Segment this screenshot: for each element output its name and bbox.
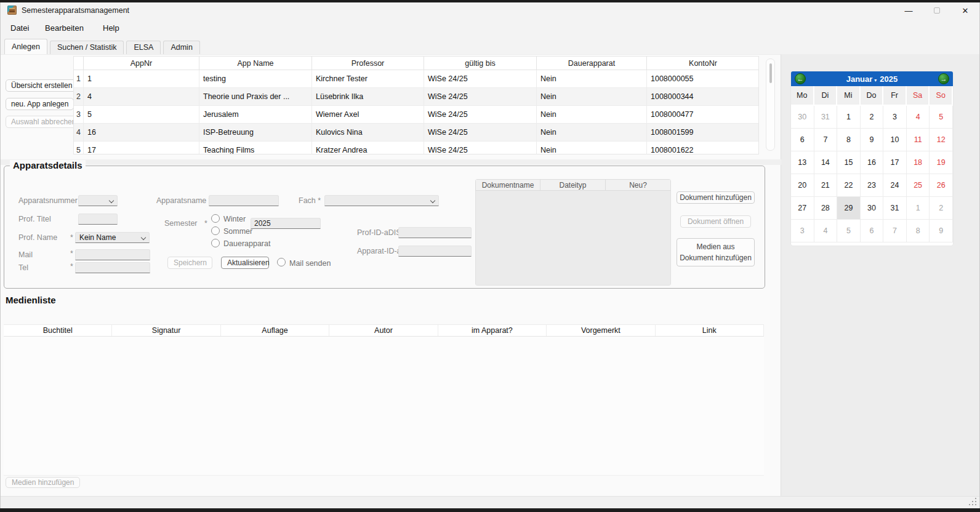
calendar-day[interactable]: 13 [791, 151, 814, 174]
calendar-day[interactable]: 3 [883, 106, 907, 129]
header-appnr[interactable]: AppNr [84, 57, 199, 70]
calendar-day[interactable]: 30 [861, 197, 884, 220]
header-gueltig-bis[interactable]: gültig bis [424, 57, 537, 70]
calendar-day[interactable]: 24 [883, 174, 907, 197]
calendar-day[interactable]: 5 [837, 220, 861, 242]
calendar-day[interactable]: 28 [814, 197, 838, 220]
header-im-apparat[interactable]: im Apparat? [438, 325, 547, 336]
table-row[interactable]: 1 1 testing Kirchner Tester WiSe 24/25 N… [74, 70, 758, 88]
tab-anlegen[interactable]: Anlegen [4, 39, 47, 54]
calendar-day[interactable]: 23 [861, 174, 884, 197]
uebersicht-erstellen-button[interactable]: Übersicht erstellen [6, 79, 78, 92]
calendar-day[interactable]: 4 [814, 220, 838, 242]
calendar-day[interactable]: 4 [907, 106, 930, 129]
calendar-day[interactable]: 7 [883, 220, 907, 242]
tab-admin[interactable]: Admin [163, 41, 199, 54]
sommer-radio[interactable] [211, 226, 220, 235]
header-dokumentname[interactable]: Dokumentname [475, 179, 540, 191]
calendar-day[interactable]: 12 [930, 129, 953, 151]
table-row[interactable]: 5 17 Teaching Films Kratzer Andrea WiSe … [74, 142, 758, 154]
maximize-button[interactable] [923, 2, 951, 18]
calendar-day[interactable]: 14 [814, 151, 838, 174]
calendar-day[interactable]: 10 [883, 129, 907, 151]
calendar-day[interactable]: 26 [930, 174, 953, 197]
scrollbar-thumb[interactable] [769, 63, 772, 83]
calendar-day[interactable]: 31 [883, 197, 907, 220]
apparatsname-input[interactable] [209, 195, 279, 206]
header-autor[interactable]: Autor [329, 325, 438, 336]
calendar-day[interactable]: 1 [837, 106, 861, 129]
calendar-day[interactable]: 19 [930, 151, 953, 174]
calendar-day[interactable]: 17 [883, 151, 907, 174]
calendar-day[interactable]: 25 [907, 174, 930, 197]
menu-help[interactable]: Help [103, 18, 119, 38]
header-kontonr[interactable]: KontoNr [647, 57, 759, 70]
header-link[interactable]: Link [656, 325, 764, 336]
header-professor[interactable]: Professor [312, 57, 424, 70]
calendar-day[interactable]: 6 [791, 129, 814, 151]
prof-titel-input[interactable] [78, 214, 118, 225]
header-appname[interactable]: App Name [199, 57, 312, 70]
calendar-day[interactable]: 3 [791, 220, 814, 242]
auswahl-abbrechen-button[interactable]: Auswahl abbrechen [6, 116, 81, 128]
semester-jahr-input[interactable] [251, 218, 321, 229]
dokument-oeffnen-button[interactable]: Dokument öffnen [680, 215, 751, 228]
aktualisieren-button[interactable]: Aktualisieren [221, 257, 269, 269]
header-vorgemerkt[interactable]: Vorgemerkt [547, 325, 655, 336]
winter-radio[interactable] [211, 214, 220, 223]
menu-datei[interactable]: Datei [10, 18, 29, 38]
fach-combobox[interactable] [324, 195, 439, 206]
header-dauerapparat[interactable]: Dauerapparat [537, 57, 647, 70]
header-buchtitel[interactable]: Buchtitel [4, 325, 112, 336]
medien-hinzufuegen-button[interactable]: Medien hinzufügen [6, 477, 80, 488]
tab-suchen-statistik[interactable]: Suchen / Statistik [50, 41, 124, 54]
calendar-day[interactable]: 18 [907, 151, 930, 174]
header-neu[interactable]: Neu? [606, 179, 671, 191]
header-dateityp[interactable]: Dateityp [540, 179, 606, 191]
calendar-day[interactable]: 9 [930, 220, 953, 242]
calendar-day[interactable]: 11 [907, 129, 930, 151]
menu-bearbeiten[interactable]: Bearbeiten [45, 18, 84, 38]
calendar-day[interactable]: 15 [837, 151, 861, 174]
prof-name-combobox[interactable]: Kein Name [75, 232, 150, 243]
calendar-day[interactable]: 30 [791, 106, 814, 129]
calendar-day[interactable]: 8 [907, 220, 930, 242]
calendar-day[interactable]: 16 [861, 151, 884, 174]
calendar-day[interactable]: 2 [861, 106, 884, 129]
apparat-id-adis-input[interactable] [398, 246, 472, 257]
minimize-button[interactable]: — [894, 2, 923, 18]
calendar-day-selected[interactable]: 29 [837, 197, 861, 220]
dauerapparat-radio[interactable] [211, 239, 220, 247]
mail-senden-checkbox[interactable] [277, 258, 286, 266]
calendar-next-button[interactable]: → [938, 73, 949, 84]
calendar-day[interactable]: 2 [930, 197, 953, 220]
calendar-day[interactable]: 22 [837, 174, 861, 197]
calendar-title[interactable]: Januar▾ 2025 [791, 71, 953, 86]
resize-grip-icon[interactable] [975, 504, 976, 505]
calendar-day[interactable]: 27 [791, 197, 814, 220]
calendar-day[interactable]: 20 [791, 174, 814, 197]
calendar-day[interactable]: 6 [861, 220, 884, 242]
medien-aus-dokument-button[interactable]: Medien aus Dokument hinzufügen [677, 238, 755, 266]
prof-id-adis-input[interactable] [398, 227, 472, 238]
neu-app-anlegen-button[interactable]: neu. App anlegen [6, 98, 74, 110]
tab-elsa[interactable]: ELSA [126, 41, 161, 54]
header-signatur[interactable]: Signatur [112, 325, 220, 336]
calendar-day[interactable]: 8 [837, 129, 861, 151]
calendar-day[interactable]: 5 [930, 106, 953, 129]
apparatsnummer-combobox[interactable] [78, 195, 118, 206]
table-row[interactable]: 3 5 Jerusalem Wiemer Axel WiSe 24/25 Nei… [74, 106, 758, 124]
calendar-day[interactable]: 21 [814, 174, 838, 197]
calendar-day[interactable]: 1 [907, 197, 930, 220]
close-button[interactable]: ✕ [951, 2, 979, 18]
table-vertical-scrollbar[interactable] [766, 58, 775, 151]
table-row[interactable]: 2 4 Theorie und Praxis der ... Lüsebrink… [74, 88, 758, 106]
calendar-day[interactable]: 7 [814, 129, 838, 151]
tel-input[interactable] [75, 262, 150, 273]
table-row[interactable]: 4 16 ISP-Betreuung Kulovics Nina WiSe 24… [74, 124, 758, 142]
calendar-day[interactable]: 9 [861, 129, 884, 151]
mail-input[interactable] [75, 249, 150, 260]
calendar-day[interactable]: 31 [814, 106, 838, 129]
speichern-button[interactable]: Speichern [167, 257, 212, 269]
header-auflage[interactable]: Auflage [221, 325, 329, 336]
